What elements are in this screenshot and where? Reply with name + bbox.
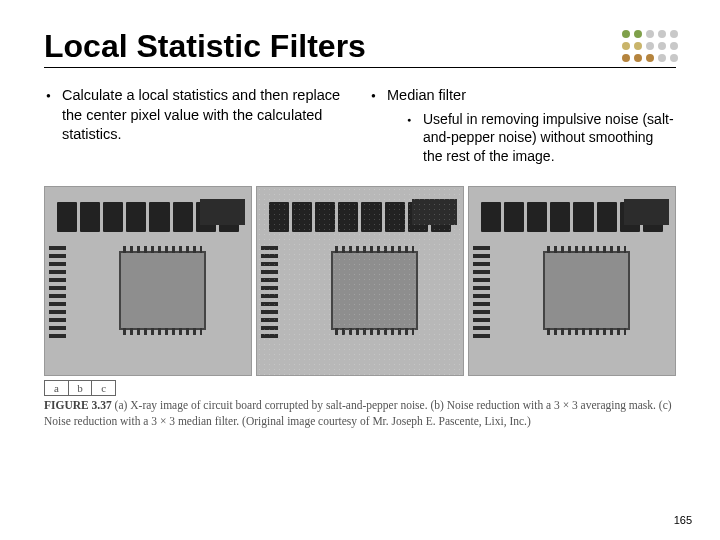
decor-dot [622, 54, 630, 62]
chip-icon [119, 251, 206, 330]
title-row: Local Statistic Filters [44, 28, 676, 68]
decor-dot [622, 42, 630, 50]
decor-dot [634, 54, 642, 62]
decor-dot [670, 54, 678, 62]
side-rail [473, 244, 489, 338]
slide-title: Local Statistic Filters [44, 28, 366, 65]
decorative-dot-grid [622, 30, 680, 64]
decor-dot [670, 30, 678, 38]
dark-block [200, 199, 245, 225]
figure-block: a b c FIGURE 3.37 (a) X-ray image of cir… [44, 186, 676, 429]
dark-block [412, 199, 457, 225]
figure-row [44, 186, 676, 376]
figure-caption-label: FIGURE 3.37 [44, 399, 112, 411]
content-columns: Calculate a local statistics and then re… [44, 86, 676, 172]
figure-caption: FIGURE 3.37 (a) X-ray image of circuit b… [44, 398, 676, 429]
decor-dot [658, 30, 666, 38]
slide: Local Statistic Filters Calculate a loca… [0, 0, 720, 447]
decor-dot [646, 30, 654, 38]
decor-dot [646, 42, 654, 50]
components-top [57, 195, 238, 233]
left-column: Calculate a local statistics and then re… [44, 86, 351, 172]
chip-icon [543, 251, 630, 330]
figure-panel-b [256, 186, 464, 376]
abc-labels: a b c [44, 380, 116, 396]
decor-dot [658, 42, 666, 50]
decor-dot [634, 30, 642, 38]
abc-a: a [45, 381, 69, 395]
figure-panel-c [468, 186, 676, 376]
decor-dot [634, 42, 642, 50]
decor-dot [658, 54, 666, 62]
figure-caption-body: (a) X-ray image of circuit board corrupt… [44, 399, 672, 427]
page-number: 165 [674, 514, 692, 526]
right-bullet-1-label: Median filter [387, 87, 466, 103]
components-top [269, 195, 450, 233]
side-rail [261, 244, 277, 338]
dark-block [624, 199, 669, 225]
abc-b: b [69, 381, 93, 395]
left-list: Calculate a local statistics and then re… [44, 86, 351, 145]
right-bullet-1: Median filter Useful in removing impulsi… [369, 86, 676, 166]
decor-dot [670, 42, 678, 50]
side-rail [49, 244, 65, 338]
right-column: Median filter Useful in removing impulsi… [369, 86, 676, 172]
right-list: Median filter Useful in removing impulsi… [369, 86, 676, 166]
chip-icon [331, 251, 418, 330]
right-sub-bullet-1: Useful in removing impulsive noise (salt… [407, 110, 676, 167]
figure-panel-a [44, 186, 252, 376]
decor-dot [622, 30, 630, 38]
left-bullet-1: Calculate a local statistics and then re… [44, 86, 351, 145]
right-sublist: Useful in removing impulsive noise (salt… [387, 110, 676, 167]
decor-dot [646, 54, 654, 62]
abc-c: c [92, 381, 115, 395]
